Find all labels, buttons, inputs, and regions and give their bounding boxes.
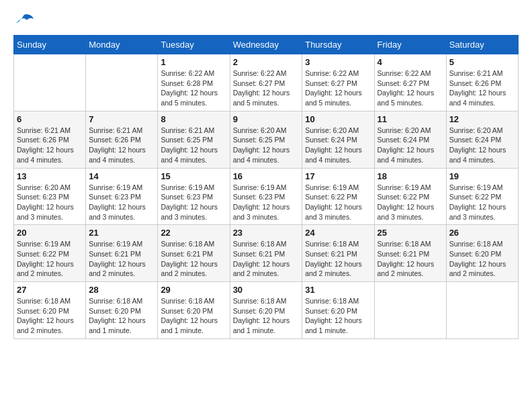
day-info: Sunrise: 6:21 AM Sunset: 6:25 PM Dayligh… [161, 126, 226, 165]
calendar-cell: 19Sunrise: 6:19 AM Sunset: 6:22 PM Dayli… [446, 168, 518, 225]
calendar-cell: 27Sunrise: 6:18 AM Sunset: 6:20 PM Dayli… [14, 282, 86, 339]
day-number: 22 [161, 228, 226, 238]
day-number: 6 [17, 114, 83, 124]
calendar-cell: 6Sunrise: 6:21 AM Sunset: 6:26 PM Daylig… [14, 111, 86, 168]
day-number: 21 [89, 228, 154, 238]
calendar-cell: 31Sunrise: 6:18 AM Sunset: 6:20 PM Dayli… [302, 282, 374, 339]
calendar-cell: 25Sunrise: 6:18 AM Sunset: 6:21 PM Dayli… [374, 225, 446, 282]
day-number: 12 [449, 114, 515, 124]
day-info: Sunrise: 6:18 AM Sunset: 6:21 PM Dayligh… [305, 239, 371, 279]
calendar-cell: 14Sunrise: 6:19 AM Sunset: 6:23 PM Dayli… [86, 168, 158, 225]
day-number: 26 [449, 228, 515, 238]
day-number: 15 [161, 171, 226, 181]
calendar-cell: 11Sunrise: 6:20 AM Sunset: 6:24 PM Dayli… [374, 111, 446, 168]
day-number: 11 [378, 114, 443, 124]
day-info: Sunrise: 6:19 AM Sunset: 6:23 PM Dayligh… [89, 183, 154, 222]
weekday-header: SundayMondayTuesdayWednesdayThursdayFrid… [14, 36, 519, 54]
calendar-cell: 16Sunrise: 6:19 AM Sunset: 6:23 PM Dayli… [230, 168, 302, 225]
calendar-cell: 2Sunrise: 6:22 AM Sunset: 6:27 PM Daylig… [230, 54, 302, 111]
calendar-cell: 12Sunrise: 6:20 AM Sunset: 6:24 PM Dayli… [446, 111, 518, 168]
day-number: 27 [17, 285, 83, 295]
logo [13, 13, 35, 28]
day-number: 2 [233, 57, 300, 67]
calendar-cell: 17Sunrise: 6:19 AM Sunset: 6:22 PM Dayli… [302, 168, 374, 225]
calendar-cell: 3Sunrise: 6:22 AM Sunset: 6:27 PM Daylig… [302, 54, 374, 111]
day-number: 16 [233, 171, 300, 181]
day-info: Sunrise: 6:18 AM Sunset: 6:21 PM Dayligh… [378, 239, 443, 279]
day-info: Sunrise: 6:19 AM Sunset: 6:22 PM Dayligh… [17, 239, 83, 279]
day-info: Sunrise: 6:19 AM Sunset: 6:23 PM Dayligh… [161, 183, 226, 222]
day-info: Sunrise: 6:19 AM Sunset: 6:23 PM Dayligh… [233, 183, 300, 222]
calendar-cell: 1Sunrise: 6:22 AM Sunset: 6:28 PM Daylig… [158, 54, 230, 111]
day-number: 31 [305, 285, 371, 295]
day-info: Sunrise: 6:22 AM Sunset: 6:27 PM Dayligh… [305, 68, 371, 108]
calendar-cell: 7Sunrise: 6:21 AM Sunset: 6:26 PM Daylig… [86, 111, 158, 168]
day-number: 8 [161, 114, 226, 124]
week-row-4: 20Sunrise: 6:19 AM Sunset: 6:22 PM Dayli… [14, 225, 519, 282]
week-row-2: 6Sunrise: 6:21 AM Sunset: 6:26 PM Daylig… [14, 111, 519, 168]
calendar-cell [374, 282, 446, 339]
day-info: Sunrise: 6:20 AM Sunset: 6:23 PM Dayligh… [17, 183, 83, 222]
calendar-cell [86, 54, 158, 111]
day-number: 18 [378, 171, 443, 181]
calendar-cell: 30Sunrise: 6:18 AM Sunset: 6:20 PM Dayli… [230, 282, 302, 339]
calendar-cell: 10Sunrise: 6:20 AM Sunset: 6:24 PM Dayli… [302, 111, 374, 168]
calendar-cell: 20Sunrise: 6:19 AM Sunset: 6:22 PM Dayli… [14, 225, 86, 282]
day-number: 30 [233, 285, 300, 295]
day-info: Sunrise: 6:18 AM Sunset: 6:20 PM Dayligh… [233, 296, 300, 336]
day-number: 25 [378, 228, 443, 238]
calendar-body: 1Sunrise: 6:22 AM Sunset: 6:28 PM Daylig… [14, 54, 519, 339]
day-info: Sunrise: 6:20 AM Sunset: 6:24 PM Dayligh… [305, 126, 371, 165]
day-info: Sunrise: 6:21 AM Sunset: 6:26 PM Dayligh… [89, 126, 154, 165]
day-info: Sunrise: 6:18 AM Sunset: 6:20 PM Dayligh… [305, 296, 371, 336]
day-number: 13 [17, 171, 83, 181]
day-info: Sunrise: 6:18 AM Sunset: 6:20 PM Dayligh… [89, 296, 154, 336]
day-number: 4 [378, 57, 443, 67]
day-number: 10 [305, 114, 371, 124]
day-number: 14 [89, 171, 154, 181]
weekday-wednesday: Wednesday [230, 36, 302, 54]
day-number: 5 [449, 57, 515, 67]
day-info: Sunrise: 6:21 AM Sunset: 6:26 PM Dayligh… [449, 68, 515, 108]
weekday-tuesday: Tuesday [158, 36, 230, 54]
week-row-5: 27Sunrise: 6:18 AM Sunset: 6:20 PM Dayli… [14, 282, 519, 339]
weekday-thursday: Thursday [302, 36, 374, 54]
calendar-cell: 9Sunrise: 6:20 AM Sunset: 6:25 PM Daylig… [230, 111, 302, 168]
day-number: 3 [305, 57, 371, 67]
day-number: 23 [233, 228, 300, 238]
week-row-1: 1Sunrise: 6:22 AM Sunset: 6:28 PM Daylig… [14, 54, 519, 111]
calendar-cell: 26Sunrise: 6:18 AM Sunset: 6:20 PM Dayli… [446, 225, 518, 282]
day-info: Sunrise: 6:19 AM Sunset: 6:22 PM Dayligh… [378, 183, 443, 222]
day-info: Sunrise: 6:18 AM Sunset: 6:21 PM Dayligh… [161, 239, 226, 279]
day-number: 20 [17, 228, 83, 238]
day-info: Sunrise: 6:18 AM Sunset: 6:20 PM Dayligh… [449, 239, 515, 279]
calendar-cell: 18Sunrise: 6:19 AM Sunset: 6:22 PM Dayli… [374, 168, 446, 225]
calendar-cell: 23Sunrise: 6:18 AM Sunset: 6:21 PM Dayli… [230, 225, 302, 282]
calendar-cell: 22Sunrise: 6:18 AM Sunset: 6:21 PM Dayli… [158, 225, 230, 282]
day-number: 7 [89, 114, 154, 124]
day-info: Sunrise: 6:22 AM Sunset: 6:27 PM Dayligh… [233, 68, 300, 108]
day-info: Sunrise: 6:19 AM Sunset: 6:22 PM Dayligh… [305, 183, 371, 222]
calendar-cell [446, 282, 518, 339]
day-number: 19 [449, 171, 515, 181]
calendar-cell: 24Sunrise: 6:18 AM Sunset: 6:21 PM Dayli… [302, 225, 374, 282]
calendar-cell: 29Sunrise: 6:18 AM Sunset: 6:20 PM Dayli… [158, 282, 230, 339]
day-info: Sunrise: 6:18 AM Sunset: 6:20 PM Dayligh… [17, 296, 83, 336]
logo-bird-icon [15, 13, 34, 28]
calendar-cell: 13Sunrise: 6:20 AM Sunset: 6:23 PM Dayli… [14, 168, 86, 225]
day-number: 1 [161, 57, 226, 67]
calendar-cell: 4Sunrise: 6:22 AM Sunset: 6:27 PM Daylig… [374, 54, 446, 111]
header [13, 13, 519, 28]
weekday-saturday: Saturday [446, 36, 518, 54]
day-info: Sunrise: 6:18 AM Sunset: 6:21 PM Dayligh… [233, 239, 300, 279]
calendar-cell [14, 54, 86, 111]
calendar-cell: 15Sunrise: 6:19 AM Sunset: 6:23 PM Dayli… [158, 168, 230, 225]
day-info: Sunrise: 6:22 AM Sunset: 6:28 PM Dayligh… [161, 68, 226, 108]
weekday-sunday: Sunday [14, 36, 86, 54]
day-number: 29 [161, 285, 226, 295]
weekday-monday: Monday [86, 36, 158, 54]
calendar: SundayMondayTuesdayWednesdayThursdayFrid… [13, 35, 519, 339]
weekday-friday: Friday [374, 36, 446, 54]
day-info: Sunrise: 6:21 AM Sunset: 6:26 PM Dayligh… [17, 126, 83, 165]
calendar-cell: 5Sunrise: 6:21 AM Sunset: 6:26 PM Daylig… [446, 54, 518, 111]
